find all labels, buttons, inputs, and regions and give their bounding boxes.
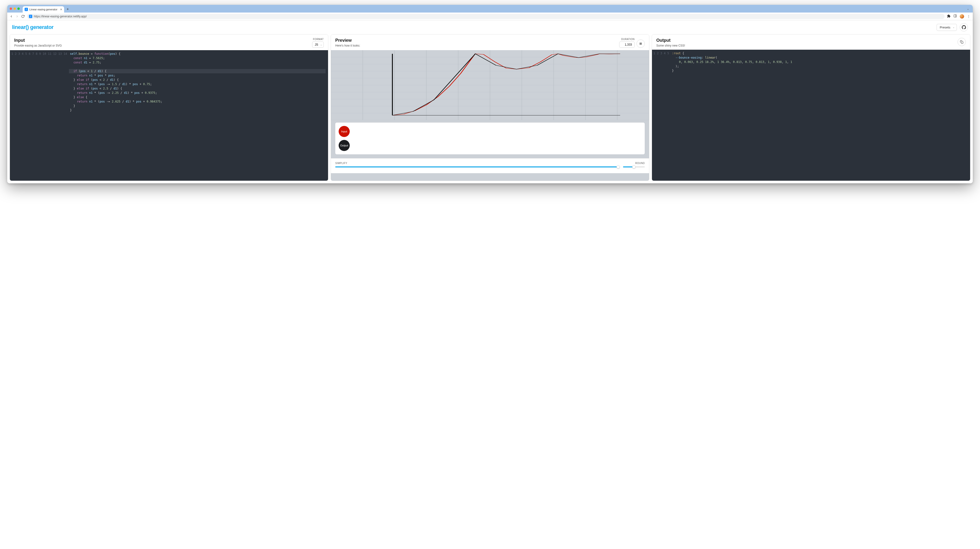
new-tab-button[interactable]: +	[67, 7, 69, 11]
window-controls	[10, 8, 20, 10]
url-text: https://linear-easing-generator.netlify.…	[34, 15, 87, 18]
tabstrip-chevron-icon[interactable]: ⌄	[967, 8, 969, 10]
output-panel: Output Some shiny new CSS! 1 2 3 4 5 :ro…	[652, 34, 970, 181]
simplify-label: SIMPLIFY	[335, 162, 618, 164]
output-title: Output	[656, 38, 685, 43]
browser-titlebar: / Linear easing generator ✕ + ⌄	[7, 5, 973, 13]
app-header: linear() generator Presets ⌄	[7, 20, 973, 34]
browser-menu-icon[interactable]: ⋮	[967, 14, 970, 18]
duration-input[interactable]: 1,333	[619, 41, 635, 48]
back-button[interactable]	[10, 15, 13, 18]
format-value: JS	[315, 43, 318, 46]
input-ball: Input	[339, 126, 350, 137]
duration-label: DURATION	[619, 38, 635, 40]
forward-button[interactable]	[16, 15, 19, 18]
output-ball-label: Output	[340, 144, 348, 147]
side-panel-icon[interactable]	[953, 14, 957, 18]
site-identity-icon[interactable]: /	[29, 15, 32, 18]
output-ball: Output	[339, 140, 350, 151]
extensions-icon[interactable]	[947, 14, 951, 19]
round-label: ROUND	[623, 162, 645, 164]
profile-avatar-icon[interactable]	[960, 14, 964, 19]
animation-demo-card: Input Output	[335, 123, 645, 154]
format-label: FORMAT	[312, 38, 324, 40]
svg-rect-28	[961, 41, 963, 43]
address-bar[interactable]: / https://linear-easing-generator.netlif…	[27, 14, 945, 19]
chevron-down-icon: ⌄	[953, 26, 955, 29]
output-subtitle: Some shiny new CSS!	[656, 44, 685, 47]
tab-close-icon[interactable]: ✕	[60, 8, 62, 11]
play-pause-button[interactable]	[636, 40, 645, 48]
presets-dropdown[interactable]: Presets ⌄	[937, 24, 957, 31]
tab-favicon-icon: /	[25, 8, 28, 11]
page-title: linear() generator	[12, 24, 54, 30]
round-slider[interactable]	[623, 166, 645, 168]
preview-subtitle: Here's how it looks:	[335, 44, 360, 47]
copy-icon	[960, 40, 963, 44]
simplify-slider[interactable]	[335, 166, 618, 168]
maximize-window-icon[interactable]	[18, 8, 20, 10]
chevron-down-icon: ⌄	[320, 44, 322, 46]
input-code-editor[interactable]: 1 2 3 4 5 6 7 8 9 10 11 12 13 14 self.bo…	[10, 50, 328, 181]
svg-rect-0	[954, 15, 957, 18]
svg-rect-3	[641, 43, 642, 45]
svg-rect-2	[640, 43, 641, 45]
browser-tab[interactable]: / Linear easing generator ✕	[23, 6, 64, 13]
pause-icon	[639, 42, 642, 45]
format-select[interactable]: JS ⌄	[312, 41, 324, 48]
preview-title: Preview	[335, 38, 360, 43]
preview-panel: Preview Here's how it looks: DURATION 1,…	[331, 34, 649, 181]
slider-thumb[interactable]	[617, 165, 620, 169]
duration-value: 1,333	[625, 43, 632, 46]
tab-title: Linear easing generator	[29, 8, 57, 11]
easing-graph	[331, 50, 649, 120]
slider-thumb[interactable]	[632, 165, 636, 169]
input-panel: Input Provide easing as JavaScript or SV…	[10, 34, 328, 181]
browser-toolbar: / https://linear-easing-generator.netlif…	[7, 13, 973, 20]
output-code-viewer[interactable]: 1 2 3 4 5 :root { --bounce-easing: linea…	[652, 50, 970, 181]
github-icon	[962, 25, 966, 29]
minimize-window-icon[interactable]	[13, 8, 16, 10]
presets-label: Presets	[940, 26, 950, 29]
close-window-icon[interactable]	[10, 8, 12, 10]
reload-button[interactable]	[21, 15, 25, 18]
input-ball-label: Input	[341, 130, 347, 133]
input-subtitle: Provide easing as JavaScript or SVG	[14, 44, 62, 47]
copy-button[interactable]	[958, 38, 966, 46]
github-link[interactable]	[960, 23, 968, 31]
input-title: Input	[14, 38, 62, 43]
